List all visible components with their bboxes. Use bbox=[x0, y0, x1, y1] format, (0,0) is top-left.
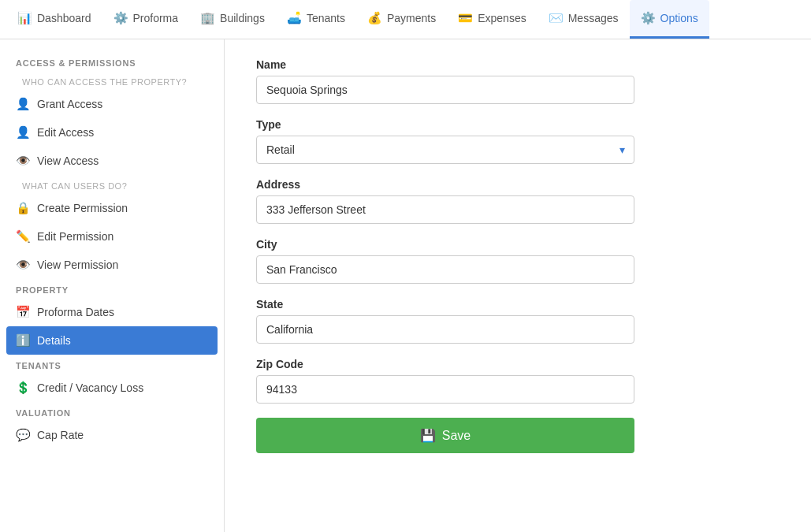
name-field-group: Name bbox=[256, 58, 779, 104]
zip-field-group: Zip Code bbox=[256, 358, 779, 404]
credit-vacancy-icon: 💲 bbox=[16, 381, 31, 395]
nav-payments[interactable]: 💰 Payments bbox=[356, 0, 447, 39]
zip-label: Zip Code bbox=[256, 358, 779, 370]
sidebar-item-view-permission[interactable]: 👁️ View Permission bbox=[0, 251, 224, 279]
tenants-section-title: TENANTS bbox=[0, 355, 224, 374]
main-content: Name Type Retail Commercial Residential … bbox=[225, 39, 811, 532]
view-access-icon: 👁️ bbox=[16, 154, 31, 168]
property-section-title: PROPERTY bbox=[0, 279, 224, 298]
sidebar-item-proforma-dates[interactable]: 📅 Proforma Dates bbox=[0, 298, 224, 326]
type-select-wrapper: Retail Commercial Residential Industrial… bbox=[256, 136, 634, 164]
nav-options[interactable]: ⚙️ Options bbox=[630, 0, 709, 39]
name-input[interactable] bbox=[256, 76, 634, 104]
type-field-group: Type Retail Commercial Residential Indus… bbox=[256, 118, 779, 164]
sidebar-item-view-access[interactable]: 👁️ View Access bbox=[0, 147, 224, 175]
proforma-icon: ⚙️ bbox=[113, 11, 128, 25]
details-icon: ℹ️ bbox=[16, 333, 31, 348]
address-label: Address bbox=[256, 178, 779, 191]
tenants-icon: 🛋️ bbox=[287, 11, 302, 25]
view-permission-icon: 👁️ bbox=[16, 258, 31, 272]
valuation-section-title: VALUATION bbox=[0, 402, 224, 421]
state-input[interactable] bbox=[256, 315, 634, 344]
city-field-group: City bbox=[256, 238, 779, 284]
city-input[interactable] bbox=[256, 255, 634, 284]
nav-buildings[interactable]: 🏢 Buildings bbox=[189, 0, 276, 39]
dashboard-icon: 📊 bbox=[17, 11, 32, 25]
type-select[interactable]: Retail Commercial Residential Industrial bbox=[256, 136, 634, 164]
create-permission-icon: 🔒 bbox=[16, 201, 31, 215]
type-label: Type bbox=[256, 118, 779, 131]
messages-icon: ✉️ bbox=[549, 11, 564, 25]
expenses-icon: 💳 bbox=[458, 11, 473, 25]
cap-rate-icon: 💬 bbox=[16, 428, 31, 442]
city-label: City bbox=[256, 238, 779, 251]
grant-access-icon: 👤 bbox=[16, 97, 31, 111]
nav-expenses[interactable]: 💳 Expenses bbox=[447, 0, 537, 39]
save-button[interactable]: 💾 Save bbox=[256, 418, 634, 453]
sidebar-item-details[interactable]: ℹ️ Details bbox=[6, 326, 218, 355]
state-label: State bbox=[256, 298, 779, 311]
top-nav: 📊 Dashboard ⚙️ Proforma 🏢 Buildings 🛋️ T… bbox=[0, 0, 811, 39]
buildings-icon: 🏢 bbox=[200, 11, 215, 25]
edit-permission-icon: ✏️ bbox=[16, 229, 31, 244]
sidebar-item-create-permission[interactable]: 🔒 Create Permission bbox=[0, 194, 224, 222]
options-icon: ⚙️ bbox=[641, 11, 656, 25]
sidebar-item-edit-permission[interactable]: ✏️ Edit Permission bbox=[0, 222, 224, 251]
nav-messages[interactable]: ✉️ Messages bbox=[538, 0, 630, 39]
sidebar-item-grant-access[interactable]: 👤 Grant Access bbox=[0, 90, 224, 118]
sidebar: ACCESS & PERMISSIONS WHO CAN ACCESS THE … bbox=[0, 39, 225, 532]
nav-proforma[interactable]: ⚙️ Proforma bbox=[102, 0, 190, 39]
sidebar-item-credit-vacancy-loss[interactable]: 💲 Credit / Vacancy Loss bbox=[0, 374, 224, 402]
nav-tenants[interactable]: 🛋️ Tenants bbox=[276, 0, 356, 39]
save-icon: 💾 bbox=[420, 428, 436, 443]
address-input[interactable] bbox=[256, 195, 634, 224]
edit-access-icon: 👤 bbox=[16, 125, 31, 140]
sidebar-item-edit-access[interactable]: 👤 Edit Access bbox=[0, 118, 224, 147]
payments-icon: 💰 bbox=[367, 11, 382, 25]
zip-input[interactable] bbox=[256, 375, 634, 404]
sidebar-item-cap-rate[interactable]: 💬 Cap Rate bbox=[0, 421, 224, 449]
address-field-group: Address bbox=[256, 178, 779, 224]
name-label: Name bbox=[256, 58, 779, 71]
who-subtitle: WHO CAN ACCESS THE PROPERTY? bbox=[0, 71, 224, 90]
proforma-dates-icon: 📅 bbox=[16, 305, 31, 319]
main-layout: ACCESS & PERMISSIONS WHO CAN ACCESS THE … bbox=[0, 39, 811, 532]
state-field-group: State bbox=[256, 298, 779, 344]
what-subtitle: WHAT CAN USERS DO? bbox=[0, 175, 224, 194]
nav-dashboard[interactable]: 📊 Dashboard bbox=[6, 0, 102, 39]
access-section-title: ACCESS & PERMISSIONS bbox=[0, 52, 224, 71]
